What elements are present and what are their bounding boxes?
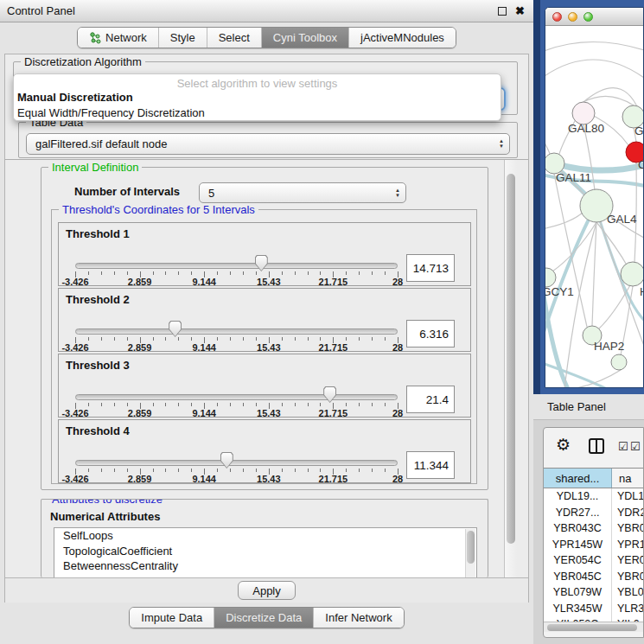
table-cell: YER0 bbox=[612, 552, 644, 569]
tab-style[interactable]: Style bbox=[158, 28, 207, 48]
discretization-algorithm-group-title: Discretization Algorithm bbox=[21, 55, 145, 68]
tab-jactivemnodules[interactable]: jActiveMNodules bbox=[348, 28, 456, 48]
network-icon bbox=[89, 32, 101, 44]
threshold-3-slider-track[interactable] bbox=[75, 394, 398, 400]
column-header-1[interactable]: shared... bbox=[544, 469, 612, 488]
threshold-4-slider-thumb[interactable] bbox=[220, 452, 233, 469]
bottom-tab-label: Impute Data bbox=[141, 611, 202, 624]
slider-tick bbox=[88, 337, 89, 341]
network-node-label: GAL4 bbox=[607, 213, 637, 226]
table-cell: YDR27... bbox=[544, 505, 612, 521]
table-panel-titlebar: Table Panel bbox=[533, 394, 644, 420]
column-header-2[interactable]: na bbox=[612, 469, 644, 488]
threshold-2-slider-track[interactable] bbox=[75, 328, 398, 335]
algorithm-option-equal-width-frequency-discretization[interactable]: Equal Width/Frequency Discretization bbox=[14, 105, 501, 121]
float-window-icon[interactable] bbox=[498, 7, 507, 16]
attribute-item-betweennesscentrality[interactable]: BetweennessCentrality bbox=[54, 558, 476, 574]
select-column-checkbox-icon[interactable]: ☑ bbox=[630, 440, 641, 453]
gear-icon[interactable]: ⚙ bbox=[556, 435, 571, 455]
attribute-item-selfloops[interactable]: SelfLoops bbox=[54, 528, 476, 544]
threshold-1-slider-thumb[interactable] bbox=[255, 255, 268, 271]
table-header-row: shared...na bbox=[544, 468, 644, 488]
slider-tick bbox=[191, 469, 192, 472]
number-of-intervals-label: Number of Intervals bbox=[74, 185, 180, 198]
network-edge[interactable] bbox=[592, 222, 596, 326]
bottom-tab-discretize-data[interactable]: Discretize Data bbox=[214, 608, 313, 628]
table-panel-body: ⚙ ☑ ☑ shared...na YDL19...YDL1YDR27...YD… bbox=[533, 420, 644, 644]
table-row[interactable]: YDL19...YDL1 bbox=[544, 488, 644, 505]
table-cell: YBL0 bbox=[612, 584, 644, 601]
numerical-attributes-list[interactable]: SelfLoopsTopologicalCoefficientBetweenne… bbox=[54, 527, 477, 577]
threshold-1-slider-track[interactable] bbox=[75, 263, 398, 269]
slider-tick bbox=[153, 337, 154, 341]
slider-scale-label: 15.43 bbox=[257, 408, 281, 418]
slider-tick bbox=[153, 271, 154, 275]
table-cell: YDR2 bbox=[612, 505, 644, 521]
bottom-tab-label: Infer Network bbox=[325, 611, 392, 624]
network-edge[interactable] bbox=[583, 96, 634, 105]
bottom-tab-infer-network[interactable]: Infer Network bbox=[313, 608, 403, 628]
network-node[interactable] bbox=[611, 354, 627, 370]
network-edge[interactable] bbox=[545, 60, 644, 78]
desktop-background bbox=[533, 0, 540, 394]
slider-tick bbox=[385, 403, 386, 406]
zoom-traffic-light-icon[interactable] bbox=[583, 12, 593, 22]
settings-divider bbox=[5, 159, 528, 160]
apply-button[interactable]: Apply bbox=[238, 581, 296, 600]
table-row[interactable]: YER054CYER0 bbox=[544, 552, 644, 569]
threshold-1-value-field[interactable]: 14.713 bbox=[406, 254, 455, 282]
threshold-2-slider-thumb[interactable] bbox=[169, 321, 182, 337]
tab-select[interactable]: Select bbox=[207, 28, 261, 48]
table-cell: YLR3 bbox=[612, 601, 644, 617]
threshold-2-value-field[interactable]: 6.316 bbox=[406, 320, 455, 348]
slider-scale-label: -3.426 bbox=[61, 474, 88, 484]
table-row[interactable]: YBR045CYBR0 bbox=[544, 569, 644, 585]
algorithm-popup-hint: Select algorithm to view settings bbox=[14, 74, 501, 90]
threshold-3-value-field[interactable]: 21.4 bbox=[406, 386, 455, 413]
network-node-h[interactable] bbox=[621, 262, 644, 286]
bottom-tab-label: Discretize Data bbox=[226, 611, 302, 624]
columns-icon[interactable] bbox=[589, 438, 604, 454]
threshold-3-slider-thumb[interactable] bbox=[323, 386, 336, 403]
tab-cyni-toolbox[interactable]: Cyni Toolbox bbox=[261, 28, 348, 48]
table-cell: YPR145W bbox=[544, 537, 612, 553]
number-of-intervals-combo[interactable]: 5 ▲▼ bbox=[199, 182, 406, 203]
slider-tick bbox=[308, 337, 309, 341]
close-traffic-light-icon[interactable] bbox=[552, 12, 562, 22]
minimize-traffic-light-icon[interactable] bbox=[568, 12, 577, 22]
slider-tick bbox=[282, 271, 283, 275]
network-edge[interactable] bbox=[554, 174, 587, 327]
network-edge[interactable] bbox=[545, 138, 551, 156]
slider-tick bbox=[217, 271, 218, 275]
slider-tick bbox=[295, 337, 296, 341]
network-node-label: H bbox=[640, 285, 644, 298]
attribute-item-topologicalcoefficient[interactable]: TopologicalCoefficient bbox=[54, 544, 476, 559]
slider-tick bbox=[230, 469, 231, 472]
network-canvas[interactable]: GAL80GACGAL11GAL4GCY1HHAP2 bbox=[545, 26, 644, 388]
select-all-checkbox-icon[interactable]: ☑ bbox=[618, 440, 628, 453]
network-edge[interactable] bbox=[545, 41, 644, 52]
attributes-list-scrollbar[interactable] bbox=[465, 529, 475, 577]
table-cell: YDL1 bbox=[612, 488, 644, 505]
settings-vertical-scrollbar[interactable] bbox=[504, 160, 517, 577]
table-data-combo[interactable]: galFiltered.sif default node ▲▼ bbox=[26, 133, 510, 155]
slider-tick bbox=[346, 469, 347, 472]
table-horizontal-scrollbar[interactable] bbox=[544, 622, 644, 632]
close-icon[interactable]: ✖ bbox=[515, 7, 525, 16]
table-row[interactable]: YBL079WYBL0 bbox=[544, 584, 644, 601]
network-window-titlebar bbox=[545, 8, 643, 26]
algorithm-option-manual-discretization[interactable]: Manual Discretization bbox=[14, 90, 501, 105]
slider-scale-label: -3.426 bbox=[61, 277, 88, 287]
bottom-tab-impute-data[interactable]: Impute Data bbox=[130, 608, 214, 628]
slider-scale-label: 15.43 bbox=[257, 474, 281, 484]
slider-tick bbox=[165, 469, 166, 472]
threshold-4-value-field[interactable]: 11.344 bbox=[406, 451, 455, 479]
table-row[interactable]: YBR043CYBR0 bbox=[544, 520, 644, 537]
table-row[interactable]: YPR145WYPR1 bbox=[544, 537, 644, 553]
network-node-gcy1[interactable] bbox=[545, 268, 556, 287]
table-row[interactable]: YLR345WYLR3 bbox=[544, 601, 644, 617]
table-row[interactable]: YDR27...YDR2 bbox=[544, 505, 644, 521]
threshold-4-slider-track[interactable] bbox=[75, 460, 398, 466]
tab-network[interactable]: Network bbox=[78, 28, 158, 48]
slider-tick bbox=[127, 271, 128, 275]
